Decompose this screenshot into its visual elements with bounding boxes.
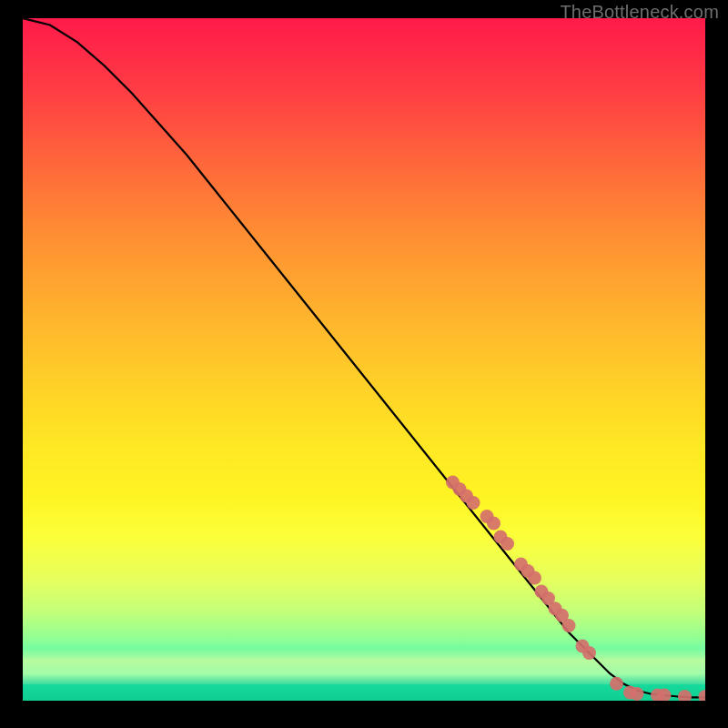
chart-frame: TheBottleneck.com bbox=[0, 0, 728, 728]
plot-area bbox=[23, 18, 705, 701]
attribution-text: TheBottleneck.com bbox=[560, 2, 719, 23]
rainbow-gradient-bg bbox=[23, 18, 705, 701]
